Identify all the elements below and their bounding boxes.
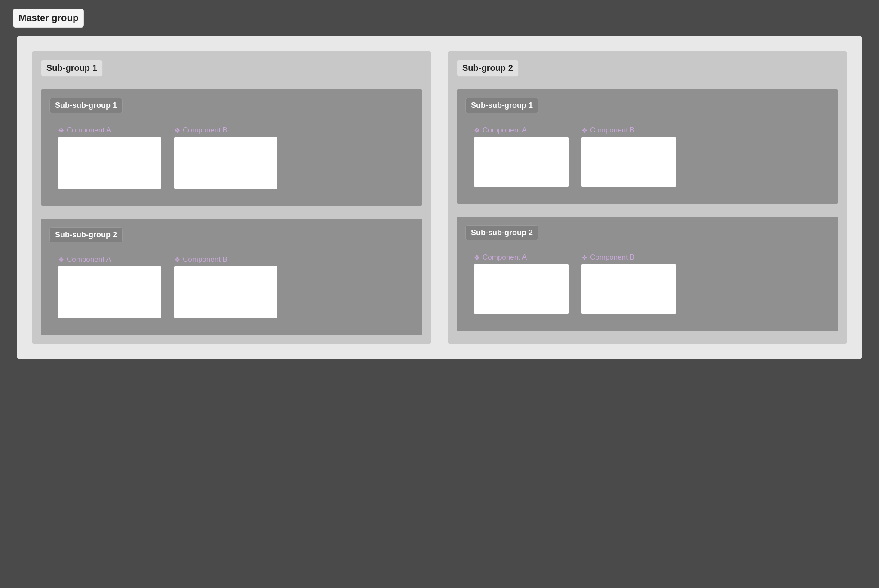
- component-a-1-2-box: [58, 266, 161, 318]
- component-a-1-1-label: ❖ Component A: [58, 126, 161, 135]
- component-b-1-1-box: [174, 137, 277, 189]
- component-b-2-2-label: ❖ Component B: [581, 253, 676, 262]
- master-group-container: Sub-group 1 Sub-sub-group 1 ❖ Component …: [17, 36, 862, 359]
- component-b-2-1-icon: ❖: [581, 126, 587, 135]
- sub-sub-group-1-2: Sub-sub-group 2 ❖ Component A ❖ Componen…: [41, 219, 422, 335]
- sub-sub-group-2-2: Sub-sub-group 2 ❖ Component A ❖ Componen…: [457, 217, 838, 331]
- sub-group-1: Sub-group 1 Sub-sub-group 1 ❖ Component …: [32, 51, 431, 344]
- sub-sub-group-2-2-label: Sub-sub-group 2: [465, 225, 538, 240]
- component-b-2-1: ❖ Component B: [581, 126, 676, 187]
- component-b-2-2-box: [581, 264, 676, 314]
- component-b-2-2-icon: ❖: [581, 254, 587, 262]
- component-a-2-1-label: ❖ Component A: [474, 126, 569, 135]
- sub-group-1-content: Sub-sub-group 1 ❖ Component A ❖ Componen…: [41, 89, 422, 335]
- component-b-1-2-box: [174, 266, 277, 318]
- component-a-1-2: ❖ Component A: [58, 255, 161, 318]
- master-group-label: Master group: [13, 9, 84, 28]
- component-a-1-1-icon: ❖: [58, 126, 64, 135]
- component-b-2-1-label: ❖ Component B: [581, 126, 676, 135]
- component-a-2-1-box: [474, 137, 569, 187]
- sub-sub-group-1-1-label: Sub-sub-group 1: [49, 98, 123, 113]
- component-b-1-1-label: ❖ Component B: [174, 126, 277, 135]
- component-a-2-1-icon: ❖: [474, 126, 480, 135]
- component-a-1-1-box: [58, 137, 161, 189]
- component-b-1-2-icon: ❖: [174, 256, 180, 264]
- component-a-1-1: ❖ Component A: [58, 126, 161, 189]
- component-a-1-2-icon: ❖: [58, 256, 64, 264]
- component-b-1-1: ❖ Component B: [174, 126, 277, 189]
- sub-sub-group-1-1: Sub-sub-group 1 ❖ Component A ❖ Componen…: [41, 89, 422, 206]
- header: Master group: [0, 0, 879, 36]
- component-b-1-2-label: ❖ Component B: [174, 255, 277, 264]
- component-a-2-2-icon: ❖: [474, 254, 480, 262]
- component-a-2-2-label: ❖ Component A: [474, 253, 569, 262]
- sub-group-2-content: Sub-sub-group 1 ❖ Component A ❖ Componen…: [457, 89, 838, 331]
- component-b-2-2: ❖ Component B: [581, 253, 676, 314]
- component-a-1-2-label: ❖ Component A: [58, 255, 161, 264]
- sub-sub-group-1-2-label: Sub-sub-group 2: [49, 227, 123, 242]
- component-a-2-2-box: [474, 264, 569, 314]
- components-row-2-2: ❖ Component A ❖ Component B: [465, 249, 830, 322]
- sub-sub-group-2-1: Sub-sub-group 1 ❖ Component A ❖ Componen…: [457, 89, 838, 204]
- sub-sub-group-2-1-label: Sub-sub-group 1: [465, 98, 538, 113]
- sub-group-2-label: Sub-group 2: [457, 60, 519, 77]
- sub-group-1-label: Sub-group 1: [41, 60, 103, 77]
- components-row-2-1: ❖ Component A ❖ Component B: [465, 122, 830, 195]
- component-b-1-1-icon: ❖: [174, 126, 180, 135]
- component-a-2-2: ❖ Component A: [474, 253, 569, 314]
- components-row-1-2: ❖ Component A ❖ Component B: [49, 251, 414, 327]
- sub-group-2: Sub-group 2 Sub-sub-group 1 ❖ Component …: [448, 51, 847, 344]
- component-b-1-2: ❖ Component B: [174, 255, 277, 318]
- components-row-1-1: ❖ Component A ❖ Component B: [49, 122, 414, 197]
- component-b-2-1-box: [581, 137, 676, 187]
- component-a-2-1: ❖ Component A: [474, 126, 569, 187]
